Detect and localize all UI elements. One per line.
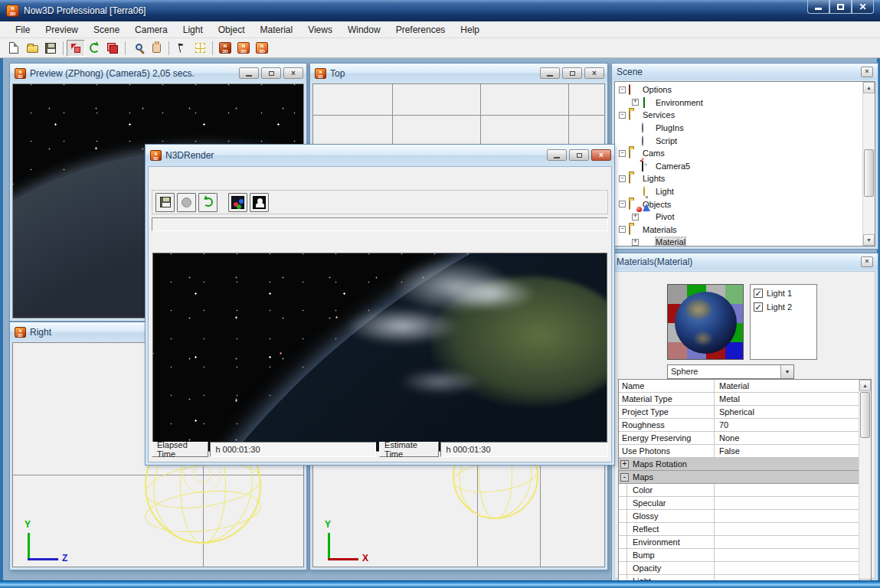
scroll-up-icon[interactable]: ▲ (859, 380, 871, 391)
prop-row-material-type[interactable]: Material Type Metal (619, 393, 859, 406)
prop-row-use-photons[interactable]: Use Photons False (619, 445, 859, 458)
save-file-button[interactable] (41, 40, 60, 57)
tree-item-objects[interactable]: - Objects (615, 198, 862, 211)
minimize-button[interactable] (807, 0, 829, 14)
checkbox-checked-icon[interactable]: ✓ (754, 289, 763, 298)
stop-render-button[interactable] (177, 193, 196, 212)
tree-item-material[interactable]: + Material (615, 236, 862, 246)
tree-item-light[interactable]: Light (615, 185, 862, 198)
tree-item-services[interactable]: - Services (615, 109, 862, 122)
pan-tool-button[interactable] (147, 40, 165, 57)
light2-option[interactable]: ✓ Light 2 (754, 302, 813, 312)
menu-object[interactable]: Object (211, 21, 253, 38)
expand-icon[interactable]: + (632, 99, 639, 106)
chevron-down-icon[interactable]: ▼ (780, 365, 793, 378)
menu-help[interactable]: Help (453, 21, 487, 38)
scroll-thumb[interactable] (864, 149, 874, 197)
refresh-render-button[interactable] (198, 193, 218, 212)
rotate-tool-button[interactable] (85, 40, 103, 57)
close-button[interactable]: ✕ (852, 0, 874, 14)
collapse-icon[interactable]: - (619, 201, 626, 207)
expand-icon[interactable]: + (632, 214, 639, 220)
collapse-icon[interactable]: - (619, 175, 626, 182)
preview-titlebar[interactable]: Preview (ZPhong) (Camera5) 2,05 secs. × (10, 64, 306, 83)
close-button[interactable]: × (283, 67, 303, 79)
close-panel-button[interactable]: × (861, 67, 873, 77)
menu-file[interactable]: File (8, 21, 38, 38)
restore-button[interactable] (562, 67, 582, 79)
close-panel-button[interactable]: × (861, 256, 873, 267)
menu-preferences[interactable]: Preferences (388, 21, 453, 38)
tree-item-environment[interactable]: + Environment (615, 96, 862, 109)
tree-item-cams[interactable]: - Cams (615, 147, 862, 160)
zoom-tool-button[interactable] (129, 40, 147, 57)
map-row-bump[interactable]: Bump (619, 549, 859, 562)
tree-item-pivot[interactable]: + Pivot (615, 211, 862, 224)
render-titlebar[interactable]: N3DRender × (146, 145, 614, 165)
minimize-button[interactable] (540, 67, 560, 79)
restore-button[interactable] (261, 67, 281, 79)
bw-view-button[interactable] (250, 193, 269, 212)
menu-material[interactable]: Material (252, 21, 300, 38)
expand-icon[interactable]: + (632, 239, 639, 246)
collapse-icon[interactable]: - (619, 87, 626, 93)
collapse-icon[interactable]: - (620, 473, 629, 482)
grid-select-button[interactable] (191, 40, 209, 57)
material-preview[interactable] (667, 284, 744, 360)
map-row-specular[interactable]: Specular (619, 497, 859, 510)
save-render-button[interactable] (155, 193, 175, 212)
menu-camera[interactable]: Camera (127, 21, 175, 38)
prop-row-roughness[interactable]: Roughness 70 (619, 419, 859, 432)
menu-light[interactable]: Light (175, 21, 211, 38)
tree-item-options[interactable]: - Options (615, 83, 862, 96)
collapse-icon[interactable]: - (619, 112, 626, 119)
menu-preview[interactable]: Preview (38, 21, 86, 38)
prop-row-project-type[interactable]: Project Type Spherical (619, 406, 859, 419)
tree-item-plugins[interactable]: PlugIns (615, 122, 862, 135)
tree-item-materials[interactable]: - Materials (615, 224, 862, 237)
open-file-button[interactable] (23, 40, 41, 57)
new-file-button[interactable] (5, 40, 23, 57)
map-row-environment[interactable]: Environment (619, 536, 859, 549)
n3d-material-button[interactable] (234, 40, 253, 57)
collapse-icon[interactable]: - (619, 150, 626, 157)
prop-row-name[interactable]: Name Material (619, 380, 859, 393)
map-row-reflect[interactable]: Reflect (619, 523, 859, 536)
group-maps[interactable]: - Maps (619, 471, 859, 484)
preview-shape-select[interactable]: Sphere ▼ (667, 364, 794, 379)
close-button[interactable]: × (584, 67, 604, 79)
menu-window[interactable]: Window (340, 21, 388, 38)
map-row-opacity[interactable]: Opacity (619, 562, 859, 575)
tree-item-script[interactable]: Script (615, 134, 862, 147)
map-row-glossy[interactable]: Glossy (619, 510, 859, 523)
map-row-color[interactable]: Color (619, 484, 859, 497)
materials-panel-header[interactable]: Materials(Material) × (612, 253, 878, 270)
scroll-thumb[interactable] (860, 392, 870, 438)
maximize-button[interactable] (829, 0, 852, 14)
scene-scrollbar[interactable]: ▲ ▼ (862, 82, 875, 246)
checkbox-checked-icon[interactable]: ✓ (754, 302, 763, 312)
n3d-light-button[interactable] (253, 40, 271, 57)
expand-icon[interactable]: + (620, 460, 629, 469)
maximize-button[interactable] (569, 149, 589, 161)
minimize-button[interactable] (239, 67, 259, 79)
menu-scene[interactable]: Scene (86, 21, 127, 38)
scroll-down-icon[interactable]: ▼ (863, 234, 875, 246)
scene-panel-header[interactable]: Scene × (612, 64, 878, 80)
close-button[interactable]: × (591, 149, 611, 161)
n3d-render-button[interactable] (216, 40, 234, 57)
collapse-icon[interactable]: - (619, 226, 626, 233)
select-tool-button[interactable] (172, 40, 191, 57)
top-titlebar[interactable]: Top × (310, 64, 607, 83)
menu-views[interactable]: Views (300, 21, 340, 38)
light1-option[interactable]: ✓ Light 1 (754, 289, 813, 298)
prop-row-energy-preserving[interactable]: Energy Preserving None (619, 432, 859, 445)
tree-item-lights[interactable]: - Lights (615, 172, 862, 185)
copy-tool-button[interactable] (103, 40, 122, 57)
scroll-up-icon[interactable]: ▲ (863, 82, 875, 93)
tree-item-camera5[interactable]: Camera5 (615, 160, 862, 173)
rgb-view-button[interactable] (228, 193, 247, 212)
minimize-button[interactable] (547, 149, 567, 161)
property-grid-scrollbar[interactable]: ▲ ▼ (859, 380, 871, 588)
group-maps-rotation[interactable]: + Maps Rotation (619, 458, 859, 471)
